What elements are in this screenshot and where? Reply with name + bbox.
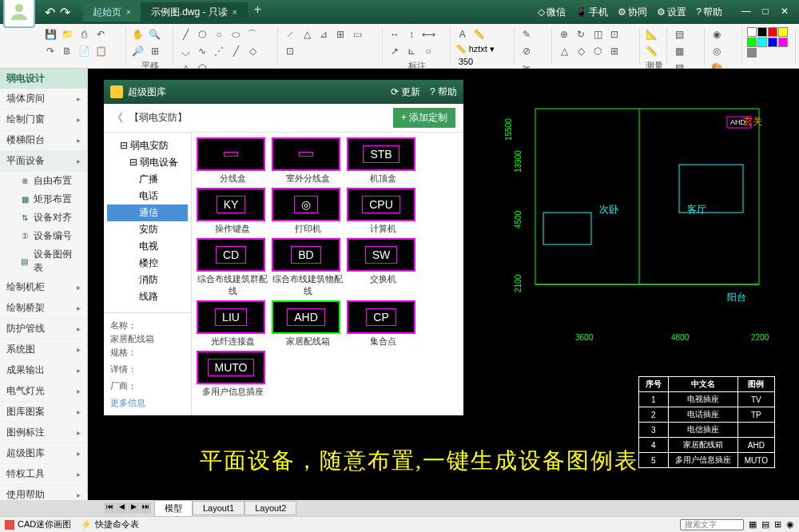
color-swatch[interactable] [747,48,757,58]
back-button[interactable]: 《 [112,111,123,125]
tool-icon[interactable]: ▭ [350,27,364,42]
minimize-icon[interactable]: — [738,6,754,18]
tool-icon[interactable]: 📐 [645,27,659,42]
tool-icon[interactable]: ⬡ [195,27,209,42]
color-swatch[interactable] [768,38,777,47]
help-button[interactable]: ? 帮助 [430,85,457,99]
tool-icon[interactable]: ✋ [131,27,145,42]
tool-icon[interactable]: ◫ [590,27,605,42]
sidebar-subitem[interactable]: ▤设备图例表 [0,245,87,277]
tool-icon[interactable]: ⊕ [557,27,571,42]
tool-icon[interactable]: ⊞ [607,44,622,58]
color-swatch[interactable] [747,27,757,37]
close-icon[interactable]: × [233,8,237,17]
search-input[interactable] [680,519,744,530]
tool-icon[interactable]: ○ [421,44,435,58]
symbol-item[interactable]: SW交换机 [347,238,419,297]
tool-icon[interactable]: ∿ [195,44,209,58]
tool-icon[interactable]: ◇ [574,44,588,58]
sidebar-item[interactable]: 图库图案▸ [0,402,87,423]
sidebar-subitem[interactable]: ⊗自由布置 [0,172,87,190]
color-swatch[interactable] [757,38,767,47]
tool-icon[interactable]: ◉ [710,27,724,42]
sidebar-item[interactable]: 系统图▸ [0,339,87,360]
tool-icon[interactable]: ⟷ [421,27,435,42]
tool-icon[interactable]: ◡ [178,44,193,58]
help-link[interactable]: ? 帮助 [696,6,722,19]
symbol-item[interactable]: BD综合布线建筑物配线 [272,238,344,297]
tree-item[interactable]: 广播 [107,171,188,188]
tab-document[interactable]: 示例图.dwg - 只读× [141,2,248,22]
symbol-item[interactable]: AHD家居配线箱 [272,300,344,347]
wechat-link[interactable]: ◇ 微信 [538,6,566,19]
sidebar-item[interactable]: 绘制桥架▸ [0,298,87,319]
nav-forward-icon[interactable]: ↷ [60,5,70,20]
tool-icon[interactable]: ⊞ [333,27,348,42]
tool-icon[interactable]: ⟋ [283,27,297,42]
sidebar-item[interactable]: 绘制门窗▸ [0,109,87,130]
tool-icon[interactable]: ⌒ [245,27,260,42]
tool-icon[interactable]: A [455,27,470,42]
tree-item[interactable]: ⊟ 弱电安防 [107,137,188,154]
tool-icon[interactable]: ▦ [672,44,686,58]
tool-icon[interactable]: ○ [212,27,226,42]
tool-icon[interactable]: ╱ [229,44,243,58]
color-swatch[interactable] [778,27,788,37]
symbol-item[interactable]: CPU计算机 [347,188,419,235]
collab-link[interactable]: ⚙ 协同 [618,6,647,19]
maximize-icon[interactable]: □ [757,6,773,18]
status-icon[interactable]: ⊞ [774,519,781,530]
shortcut-link[interactable]: 快捷命令表 [95,518,139,530]
tree-item[interactable]: 线路 [107,288,188,305]
update-button[interactable]: ⟳ 更新 [391,85,420,99]
tool-icon[interactable]: ↔ [388,27,402,42]
tab-next-icon[interactable]: ▶ [128,502,139,514]
tool-icon[interactable]: 🔍 [148,27,162,42]
tool-icon[interactable]: △ [557,44,571,58]
tool-icon[interactable]: ⊘ [519,44,534,58]
tool-icon[interactable]: 📏 [472,27,487,42]
tree-item[interactable]: 消防 [107,272,188,288]
tool-icon[interactable]: ↕ [404,27,419,42]
close-icon[interactable]: ✕ [777,6,793,18]
color-swatch[interactable] [778,38,788,47]
tool-icon[interactable]: 💾 [43,27,58,42]
sidebar-item[interactable]: 图例标注▸ [0,423,87,443]
symbol-item[interactable]: KY操作键盘 [197,188,268,235]
color-swatch[interactable] [747,38,757,47]
tool-icon[interactable]: ⎙ [77,27,91,42]
symbol-item[interactable]: 分线盒 [197,137,268,185]
sidebar-item[interactable]: 特权工具▸ [0,464,87,485]
tool-icon[interactable]: ⊾ [404,44,419,58]
tool-icon[interactable]: ↷ [43,44,58,58]
symbol-item[interactable]: ◎打印机 [272,188,344,235]
tab-last-icon[interactable]: ⏭ [140,502,151,514]
tool-icon[interactable]: 🔎 [131,44,145,58]
tool-icon[interactable]: △ [300,27,314,42]
dialog-header[interactable]: 超级图库 ⟳ 更新 ? 帮助 [104,80,463,104]
status-icon[interactable]: ▦ [749,519,757,530]
tool-icon[interactable]: ⬭ [229,27,243,42]
tab-start[interactable]: 起始页× [83,2,141,22]
tool-icon[interactable]: ✎ [519,27,534,42]
symbol-item[interactable]: 室外分线盒 [272,137,344,185]
tool-icon[interactable]: ⊡ [283,44,297,58]
tool-icon[interactable]: 📄 [77,44,91,58]
tool-icon[interactable]: ↻ [574,27,588,42]
symbol-item[interactable]: CD综合布线建筑群配线 [197,238,268,297]
status-icon[interactable]: ▤ [761,519,769,530]
mobile-link[interactable]: 📱 手机 [575,6,608,19]
tool-icon[interactable]: 🗎 [60,44,74,58]
sidebar-item[interactable]: 墙体房间▸ [0,89,87,109]
tool-icon[interactable]: ⬡ [590,44,605,58]
tree-item[interactable]: 安防 [107,221,188,238]
tool-icon[interactable]: ◎ [710,44,724,58]
sidebar-item[interactable]: 防护管线▸ [0,319,87,339]
more-info-link[interactable]: 更多信息 [110,398,145,407]
color-swatch[interactable] [757,27,767,37]
nav-back-icon[interactable]: ↶ [45,5,55,20]
tree-item[interactable]: 电视 [107,238,188,255]
sidebar-item[interactable]: 楼梯阳台▸ [0,130,87,151]
tree-item[interactable]: 电话 [107,188,188,204]
tool-icon[interactable]: 📁 [60,27,74,42]
